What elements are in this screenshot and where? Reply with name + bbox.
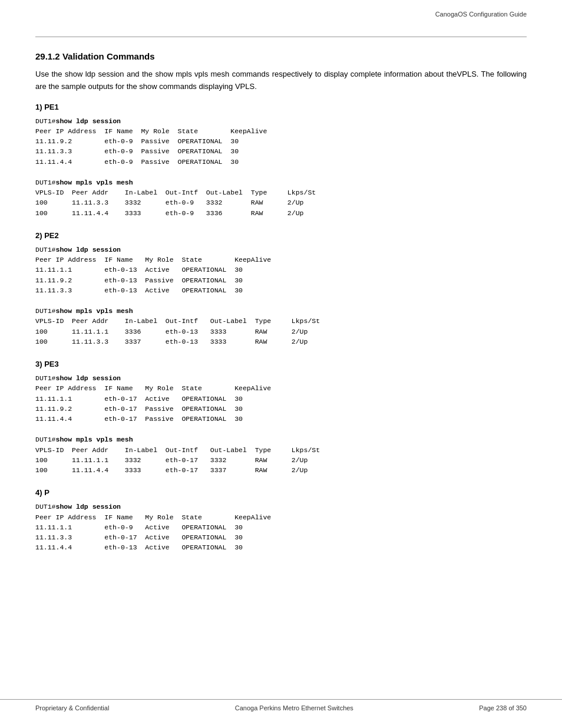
pe-section-3: 3) PE3DUT1#show ldp session Peer IP Addr… xyxy=(35,360,527,475)
code-block-1-2: DUT1#show mpls vpls mesh VPLS-ID Peer Ad… xyxy=(35,177,527,218)
code-pre-3-1: DUT1#show ldp session Peer IP Address IF… xyxy=(35,373,527,424)
code-block-1-1: DUT1#show ldp session Peer IP Address IF… xyxy=(35,116,527,167)
code-block-3-1: DUT1#show ldp session Peer IP Address IF… xyxy=(35,373,527,424)
code-block-4-1: DUT1#show ldp session Peer IP Address IF… xyxy=(35,502,527,552)
pe-section-1: 1) PE1DUT1#show ldp session Peer IP Addr… xyxy=(35,103,527,218)
code-pre-2-2: DUT1#show mpls vpls mesh VPLS-ID Peer Ad… xyxy=(35,306,527,347)
code-pre-2-1: DUT1#show ldp session Peer IP Address IF… xyxy=(35,245,527,295)
pe-section-2: 2) PE2DUT1#show ldp session Peer IP Addr… xyxy=(35,231,527,347)
header-title: CanogaOS Configuration Guide xyxy=(435,11,527,18)
code-pre-3-2: DUT1#show mpls vpls mesh VPLS-ID Peer Ad… xyxy=(35,434,527,475)
section-title: 29.1.2 Validation Commands xyxy=(35,51,527,61)
code-pre-1-1: DUT1#show ldp session Peer IP Address IF… xyxy=(35,116,527,167)
code-block-2-1: DUT1#show ldp session Peer IP Address IF… xyxy=(35,245,527,295)
footer-right: Page 238 of 350 xyxy=(479,704,527,711)
header-divider xyxy=(35,37,527,37)
footer-center: Canoga Perkins Metro Ethernet Switches xyxy=(235,704,353,711)
body-text: Use the show ldp session and the show mp… xyxy=(35,68,527,93)
code-pre-4-1: DUT1#show ldp session Peer IP Address IF… xyxy=(35,502,527,552)
footer: Proprietary & Confidential Canoga Perkin… xyxy=(0,699,562,711)
section-number: 29.1.2 xyxy=(35,51,62,61)
section-title-text: Validation Commands xyxy=(62,51,155,61)
code-block-3-2: DUT1#show mpls vpls mesh VPLS-ID Peer Ad… xyxy=(35,434,527,475)
code-pre-1-2: DUT1#show mpls vpls mesh VPLS-ID Peer Ad… xyxy=(35,177,527,218)
pe-label-1: 1) PE1 xyxy=(35,103,527,111)
pe-label-3: 3) PE3 xyxy=(35,360,527,368)
pe-section-4: 4) PDUT1#show ldp session Peer IP Addres… xyxy=(35,488,527,552)
pe-sections-container: 1) PE1DUT1#show ldp session Peer IP Addr… xyxy=(35,103,527,553)
pe-label-2: 2) PE2 xyxy=(35,231,527,240)
footer-left: Proprietary & Confidential xyxy=(35,704,109,711)
pe-label-4: 4) P xyxy=(35,488,527,497)
code-block-2-2: DUT1#show mpls vpls mesh VPLS-ID Peer Ad… xyxy=(35,306,527,347)
page-container: CanogaOS Configuration Guide 29.1.2 Vali… xyxy=(0,0,562,728)
